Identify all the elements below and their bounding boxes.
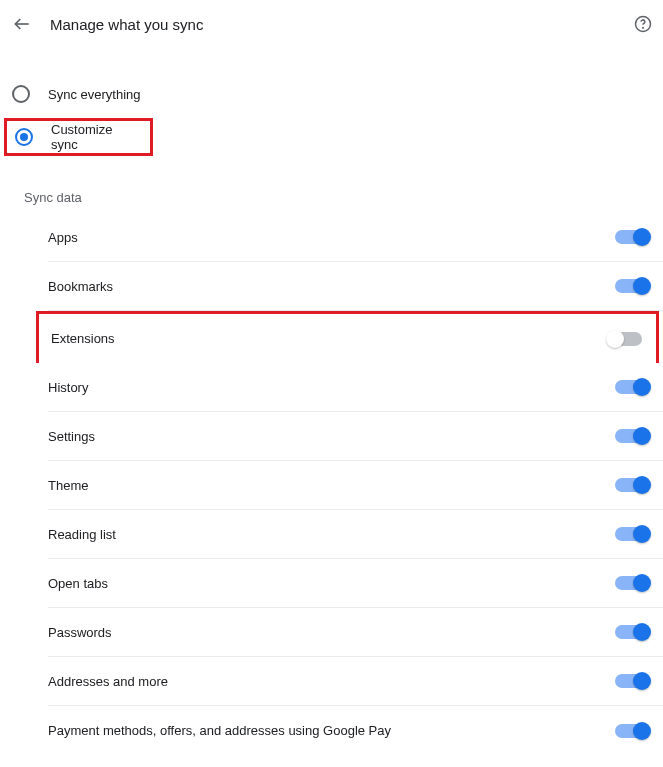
sync-list: Apps Bookmarks [0, 213, 663, 311]
sync-label: Addresses and more [48, 674, 168, 689]
sync-label: Theme [48, 478, 88, 493]
sync-label: Passwords [48, 625, 112, 640]
toggle-theme[interactable] [615, 478, 649, 492]
highlight-extensions: Extensions [36, 311, 659, 363]
toggle-history[interactable] [615, 380, 649, 394]
sync-label: Payment methods, offers, and addresses u… [48, 723, 391, 738]
toggle-open-tabs[interactable] [615, 576, 649, 590]
sync-row-theme: Theme [48, 461, 663, 510]
sync-row-open-tabs: Open tabs [48, 559, 663, 608]
sync-row-extensions: Extensions [36, 311, 659, 363]
sync-label: History [48, 380, 88, 395]
toggle-apps[interactable] [615, 230, 649, 244]
sync-label: Extensions [51, 331, 115, 346]
sync-row-bookmarks: Bookmarks [48, 262, 663, 311]
radio-label: Customize sync [51, 122, 136, 152]
sync-row-reading-list: Reading list [48, 510, 663, 559]
help-icon[interactable] [633, 14, 653, 34]
svg-point-2 [643, 27, 644, 28]
toggle-payment[interactable] [615, 724, 649, 738]
sync-row-addresses: Addresses and more [48, 657, 663, 706]
toggle-passwords[interactable] [615, 625, 649, 639]
radio-sync-everything[interactable]: Sync everything [0, 74, 663, 114]
toggle-settings[interactable] [615, 429, 649, 443]
sync-row-apps: Apps [48, 213, 663, 262]
sync-label: Apps [48, 230, 78, 245]
radio-customize-sync[interactable]: Customize sync [4, 118, 153, 156]
toggle-reading-list[interactable] [615, 527, 649, 541]
toggle-extensions[interactable] [608, 332, 642, 346]
sync-row-history: History [48, 363, 663, 412]
toggle-bookmarks[interactable] [615, 279, 649, 293]
sync-label: Settings [48, 429, 95, 444]
sync-row-passwords: Passwords [48, 608, 663, 657]
page-title: Manage what you sync [50, 16, 633, 33]
radio-unselected-icon [12, 85, 30, 103]
sync-label: Reading list [48, 527, 116, 542]
sync-list-continued: History Settings Theme Reading list Open… [0, 363, 663, 755]
radio-label: Sync everything [48, 87, 141, 102]
back-arrow-icon[interactable] [12, 14, 32, 34]
sync-label: Open tabs [48, 576, 108, 591]
radio-selected-icon [15, 128, 33, 146]
radio-group: Sync everything Customize sync [0, 44, 663, 156]
sync-row-payment: Payment methods, offers, and addresses u… [48, 706, 663, 755]
section-title: Sync data [0, 156, 663, 213]
sync-row-settings: Settings [48, 412, 663, 461]
sync-label: Bookmarks [48, 279, 113, 294]
header: Manage what you sync [0, 0, 663, 44]
toggle-addresses[interactable] [615, 674, 649, 688]
